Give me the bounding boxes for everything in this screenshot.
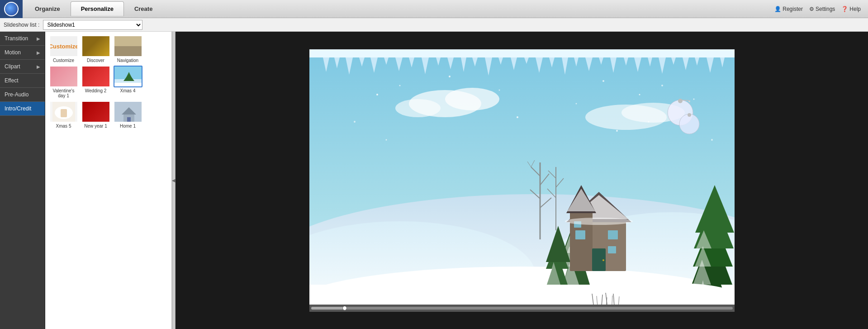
svg-point-112 [661,85,663,86]
nav-tabs: Organize Personalize Create [24,1,163,16]
svg-rect-91 [575,230,585,239]
theme-item-navigation[interactable]: Navigation [113,35,142,63]
theme-thumb-xmas4 [114,66,142,87]
svg-rect-18 [309,49,735,57]
main-layout: Transition ▶ Motion ▶ Clipart ▶ Effect P… [0,32,868,329]
progress-track[interactable] [311,307,733,310]
svg-point-107 [399,85,400,86]
top-bar: Organize Personalize Create 👤 Register ⚙… [0,0,868,18]
theme-thumb-discover [81,35,110,57]
preview-area [175,32,868,329]
theme-thumb-customize: Customize [49,35,78,57]
svg-point-113 [693,98,694,100]
svg-point-115 [385,139,387,140]
person-icon: 👤 [774,6,781,12]
sidebar-item-transition[interactable]: Transition ▶ [0,32,45,46]
slideshow-select[interactable]: Slideshow1 [43,20,142,30]
progress-fill [311,307,345,310]
svg-point-120 [711,139,713,141]
app-logo [0,0,23,18]
theme-label-customize: Customize [53,58,74,63]
svg-point-117 [575,103,577,104]
svg-line-71 [680,100,689,100]
slideshow-bar: Slideshow list : Slideshow1 [0,18,868,32]
winter-scene-svg [309,49,735,312]
theme-label-xmas4: Xmas 4 [120,88,136,93]
custom-label: Customize [49,35,78,57]
left-sidebar: Transition ▶ Motion ▶ Clipart ▶ Effect P… [0,32,45,329]
theme-item-discover[interactable]: Discover [81,35,110,63]
svg-point-119 [648,121,649,122]
slideshow-list-label: Slideshow list : [4,22,39,28]
themes-panel: Customize Customize Discover Navigation [45,32,172,329]
progress-bar-container [309,305,735,312]
theme-thumb-home1 [114,101,142,123]
collapse-arrow-icon: ◀ [172,178,175,183]
theme-thumb-navigation [114,35,142,57]
theme-item-home1[interactable]: Home 1 [113,101,142,129]
progress-thumb[interactable] [342,306,347,310]
svg-point-108 [449,76,451,77]
svg-point-14 [445,88,499,110]
theme-item-customize[interactable]: Customize Customize [49,35,78,63]
svg-point-116 [517,116,518,118]
theme-item-wedding2[interactable]: Wedding 2 [81,66,110,98]
svg-rect-92 [608,230,618,239]
svg-point-111 [639,94,640,95]
theme-label-discover: Discover [87,58,104,63]
theme-thumb-newyear1 [81,101,110,123]
help-icon: ❓ [841,6,848,12]
svg-rect-93 [608,246,616,253]
svg-point-96 [565,218,633,225]
sidebar-item-intro-credit[interactable]: Intro/Credit [0,102,45,116]
theme-thumb-wedding2 [81,66,110,87]
register-action[interactable]: 👤 Register [774,6,803,12]
theme-item-xmas4[interactable]: Xmas 4 [113,66,142,98]
chevron-right-icon: ▶ [37,50,40,55]
top-right-actions: 👤 Register ⚙ Settings ❓ Help [774,6,868,12]
theme-label-home1: Home 1 [120,124,136,129]
theme-thumb-xmas5 [49,101,78,123]
theme-label-xmas5: Xmas 5 [56,124,71,129]
logo-circle [4,2,19,16]
svg-point-118 [616,130,618,132]
sidebar-item-pre-audio[interactable]: Pre-Audio [0,88,45,102]
svg-point-73 [688,113,691,117]
svg-point-95 [602,259,604,261]
tab-organize[interactable]: Organize [24,1,71,16]
theme-item-newyear1[interactable]: New year 1 [81,101,110,129]
svg-rect-2 [114,83,142,87]
chevron-right-icon: ▶ [37,36,40,41]
gear-icon: ⚙ [809,6,814,12]
theme-item-valentines[interactable]: Valentine's day 1 [49,66,78,98]
sidebar-item-motion[interactable]: Motion ▶ [0,46,45,60]
tab-personalize[interactable]: Personalize [71,1,124,16]
svg-point-106 [376,94,378,95]
theme-label-wedding2: Wedding 2 [85,88,107,93]
theme-label-valentines: Valentine's day 1 [49,88,78,98]
svg-point-69 [678,99,683,103]
tab-create[interactable]: Create [124,1,163,16]
svg-rect-11 [127,117,131,122]
svg-point-110 [602,80,604,82]
theme-label-newyear1: New year 1 [84,124,107,129]
theme-label-navigation: Navigation [117,58,138,63]
sidebar-item-effect[interactable]: Effect [0,74,45,88]
help-action[interactable]: ❓ Help [841,6,861,12]
themes-grid: Customize Customize Discover Navigation [49,35,168,129]
svg-point-114 [354,121,356,123]
settings-action[interactable]: ⚙ Settings [809,6,835,12]
svg-point-15 [395,99,441,117]
svg-point-72 [679,114,699,134]
collapse-handle[interactable]: ◀ [172,32,175,329]
theme-thumb-valentines [49,66,78,87]
svg-point-109 [498,89,500,91]
chevron-right-icon: ▶ [37,64,40,69]
sidebar-item-clipart[interactable]: Clipart ▶ [0,60,45,74]
preview-canvas [309,49,735,312]
svg-rect-7 [61,109,67,117]
theme-item-xmas5[interactable]: Xmas 5 [49,101,78,129]
